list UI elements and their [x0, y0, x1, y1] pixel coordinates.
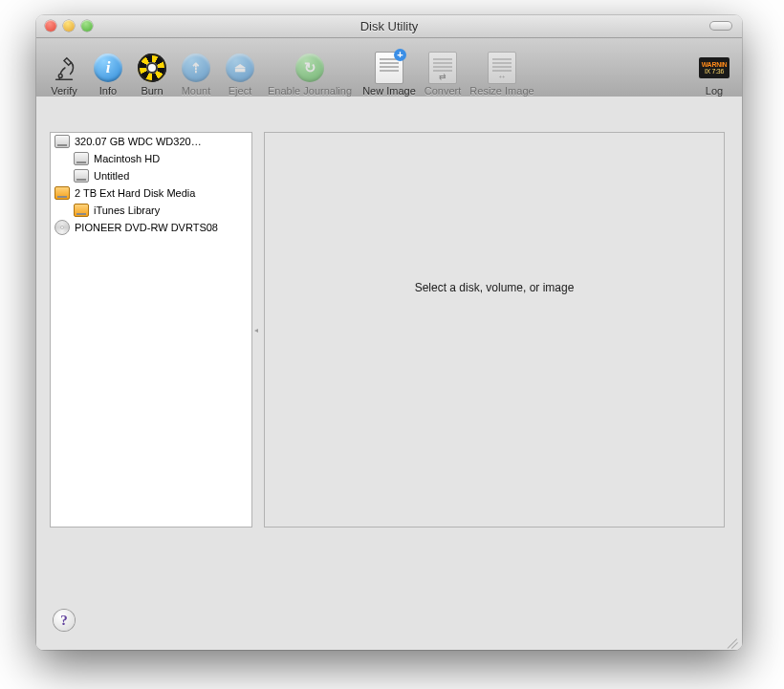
new-image-icon: +: [374, 53, 404, 83]
minimize-button[interactable]: [63, 20, 75, 32]
zoom-button[interactable]: [81, 20, 93, 32]
hdd-external-icon: [74, 203, 89, 218]
mount-label: Mount: [182, 85, 211, 97]
log-icon: WARNIN IX 7:36: [699, 53, 730, 83]
resize-image-label: Resize Image: [469, 85, 534, 97]
new-image-button[interactable]: + New Image: [358, 53, 421, 97]
log-label: Log: [706, 85, 723, 97]
hdd-icon: [74, 168, 89, 183]
sidebar-resize-handle[interactable]: ◂: [254, 326, 258, 334]
convert-label: Convert: [425, 85, 462, 97]
burn-button[interactable]: Burn: [130, 53, 174, 97]
disk-list-item-label: Macintosh HD: [94, 153, 160, 164]
eject-label: Eject: [229, 85, 251, 97]
journaling-icon: ↻: [294, 53, 325, 83]
window-resize-handle[interactable]: [726, 634, 739, 647]
disk-list-item-label: 2 TB Ext Hard Disk Media: [75, 187, 195, 199]
convert-button[interactable]: ⇄ Convert: [421, 53, 465, 97]
hdd-icon: [74, 151, 89, 166]
optical-drive-icon: [54, 220, 70, 235]
disk-list-item[interactable]: PIONEER DVD-RW DVRTS08: [51, 219, 251, 236]
window-controls: [45, 20, 93, 32]
disk-list-item[interactable]: iTunes Library: [51, 202, 251, 219]
content-area: 320.07 GB WDC WD320…Macintosh HDUntitled…: [36, 97, 742, 650]
toolbar: Verify i Info Burn ⇡ Mount ⏏ Eject ↻ Ena…: [36, 38, 742, 100]
disk-list-item-label: PIONEER DVD-RW DVRTS08: [75, 222, 218, 233]
verify-label: Verify: [51, 85, 77, 97]
disk-list[interactable]: 320.07 GB WDC WD320…Macintosh HDUntitled…: [50, 132, 252, 528]
hdd-external-icon: [54, 185, 70, 201]
titlebar: Disk Utility: [36, 15, 742, 38]
help-button[interactable]: ?: [54, 610, 75, 631]
burn-icon: [137, 53, 167, 83]
convert-icon: ⇄: [427, 53, 458, 83]
info-button[interactable]: i Info: [86, 53, 130, 97]
svg-point-0: [58, 75, 62, 78]
disk-list-item[interactable]: Macintosh HD: [51, 150, 251, 167]
disk-list-item-label: 320.07 GB WDC WD320…: [75, 136, 202, 147]
close-button[interactable]: [45, 20, 56, 32]
disk-utility-window: Disk Utility Verify i Info: [36, 15, 742, 650]
detail-panel: Select a disk, volume, or image: [264, 132, 725, 528]
disk-list-item-label: Untitled: [94, 170, 129, 182]
disk-list-item[interactable]: Untitled: [51, 167, 251, 184]
resize-image-button[interactable]: ↔ Resize Image: [465, 53, 539, 97]
info-label: Info: [99, 85, 117, 97]
eject-button[interactable]: ⏏ Eject: [218, 53, 262, 97]
microscope-icon: [49, 53, 79, 83]
resize-image-icon: ↔: [487, 53, 517, 83]
disk-list-item-label: iTunes Library: [94, 205, 160, 216]
verify-button[interactable]: Verify: [42, 53, 86, 97]
info-icon: i: [93, 53, 123, 83]
enable-journaling-button[interactable]: ↻ Enable Journaling: [262, 53, 358, 97]
disk-list-item[interactable]: 320.07 GB WDC WD320…: [51, 133, 251, 150]
burn-label: Burn: [141, 85, 163, 97]
mount-icon: ⇡: [181, 53, 211, 83]
log-button[interactable]: WARNIN IX 7:36 Log: [692, 53, 736, 97]
hdd-icon: [54, 134, 70, 149]
new-image-label: New Image: [362, 85, 416, 97]
eject-icon: ⏏: [225, 53, 255, 83]
toolbar-toggle-button[interactable]: [709, 21, 732, 31]
journaling-label: Enable Journaling: [268, 85, 352, 97]
window-title: Disk Utility: [360, 19, 419, 33]
mount-button[interactable]: ⇡ Mount: [174, 53, 218, 97]
disk-list-item[interactable]: 2 TB Ext Hard Disk Media: [51, 184, 251, 202]
placeholder-message: Select a disk, volume, or image: [265, 281, 724, 294]
